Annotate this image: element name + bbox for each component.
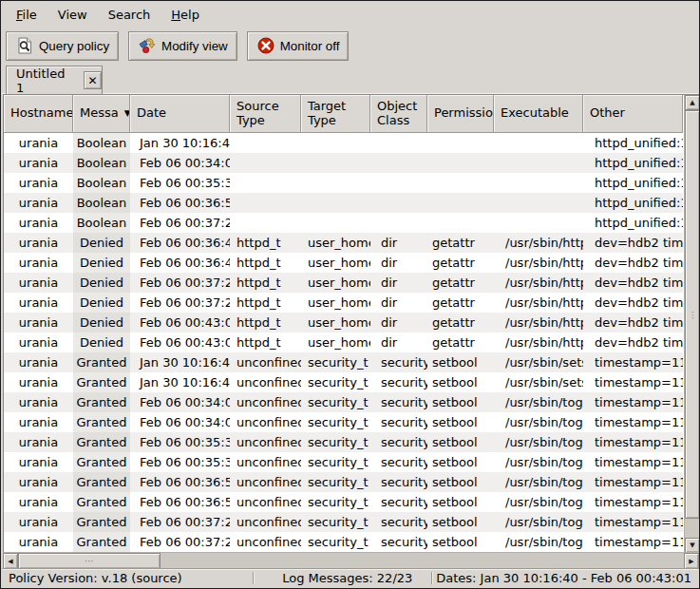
table-row[interactable]: uraniaGrantedFeb 06 00:36:56unconfined_s… <box>4 492 683 512</box>
cell-executable: /usr/sbin/toggle <box>494 532 583 552</box>
column-header-target[interactable]: Target Type <box>301 95 370 133</box>
table-row[interactable]: uraniaGrantedJan 30 10:16:40unconfined_s… <box>4 372 683 392</box>
table-row[interactable]: uraniaBooleanJan 30 10:16:40httpd_unifie… <box>4 133 683 153</box>
cell-target: security_t <box>301 512 370 532</box>
table-row[interactable]: uraniaGrantedFeb 06 00:34:01unconfined_s… <box>4 392 683 412</box>
table-row[interactable]: uraniaGrantedFeb 06 00:35:35unconfined_s… <box>4 432 683 452</box>
cell-hostname: urania <box>4 153 73 173</box>
cell-objclass: dir <box>370 332 427 352</box>
vertical-scrollbar-thumb[interactable]: ⋯ <box>685 110 699 519</box>
cell-hostname: urania <box>4 512 73 532</box>
table-row[interactable]: uraniaDeniedFeb 06 00:36:44httpd_tuser_h… <box>4 253 683 273</box>
cell-message: Denied <box>73 253 130 273</box>
column-header-permission[interactable]: Permission <box>427 95 494 133</box>
query-policy-button[interactable]: Query policy <box>6 31 119 61</box>
cell-objclass: dir <box>370 253 427 273</box>
scroll-right-button[interactable]: ▶ <box>684 553 699 569</box>
cell-message: Denied <box>73 332 130 352</box>
cell-executable <box>494 213 583 233</box>
scroll-up-button[interactable]: ▲ <box>685 95 699 110</box>
table-row[interactable]: uraniaDeniedFeb 06 00:37:27httpd_tuser_h… <box>4 293 683 313</box>
menu-view[interactable]: View <box>47 4 98 26</box>
tab-close-button[interactable]: ✕ <box>84 71 102 89</box>
cell-permission: setbool <box>427 532 494 552</box>
cell-objclass: dir <box>370 313 427 332</box>
scroll-down-button[interactable]: ▼ <box>685 538 699 552</box>
menu-help[interactable]: Help <box>161 4 210 26</box>
monitor-off-label: Monitor off <box>280 39 340 53</box>
table-row[interactable]: uraniaBooleanFeb 06 00:35:35httpd_unifie… <box>4 173 683 193</box>
column-header-source[interactable]: Source Type <box>230 95 301 133</box>
menu-file[interactable]: File <box>6 4 47 26</box>
table-row[interactable]: uraniaDeniedFeb 06 00:37:27httpd_tuser_h… <box>4 273 683 293</box>
log-messages-status: Log Messages: 22/23 <box>282 571 412 585</box>
table-row[interactable]: uraniaDeniedFeb 06 00:36:44httpd_tuser_h… <box>4 233 683 253</box>
cell-message: Boolean <box>73 173 130 193</box>
tab-untitled-1[interactable]: Untitled 1 ✕ <box>6 66 103 94</box>
cell-objclass <box>370 193 427 213</box>
cell-permission: setbool <box>427 472 494 492</box>
cell-executable: /usr/sbin/httpd <box>494 313 583 332</box>
cell-date: Feb 06 00:34:01 <box>130 412 230 432</box>
horizontal-scrollbar-thumb[interactable]: ⋯ <box>18 553 161 569</box>
cell-source: unconfined_ <box>230 432 301 452</box>
cell-other: httpd_unified:1, h <box>583 213 683 233</box>
table-row[interactable]: uraniaGrantedFeb 06 00:35:35unconfined_s… <box>4 452 683 472</box>
column-header-message[interactable]: Messa▼ <box>73 95 130 133</box>
horizontal-scrollbar[interactable]: ◀ ⋯ ▶ <box>3 552 699 568</box>
cell-objclass: security <box>370 392 427 412</box>
cell-source: unconfined_ <box>230 472 301 492</box>
vertical-scrollbar[interactable]: ▲ ⋯ ▼ <box>684 95 699 552</box>
table-row[interactable]: uraniaGrantedFeb 06 00:37:25unconfined_s… <box>4 532 683 552</box>
cell-executable <box>494 133 583 153</box>
cell-objclass: security <box>370 412 427 432</box>
cell-permission: setbool <box>427 412 494 432</box>
cell-date: Feb 06 00:37:25 <box>130 532 230 552</box>
column-header-hostname[interactable]: Hostname <box>4 95 73 133</box>
cell-executable: /usr/sbin/toggle <box>494 512 583 532</box>
cell-source: unconfined_ <box>230 392 301 412</box>
cell-permission: getattr <box>427 332 494 352</box>
column-header-objclass[interactable]: Object Class <box>370 95 427 133</box>
cell-hostname: urania <box>4 332 73 352</box>
cell-executable: /usr/sbin/toggle <box>494 452 583 472</box>
cell-target <box>301 193 370 213</box>
monitor-off-button[interactable]: Monitor off <box>247 31 350 61</box>
toolbar: Query policy Modify view Monitor off <box>2 27 698 65</box>
table-row[interactable]: uraniaGrantedJan 30 10:16:40unconfined_s… <box>4 352 683 372</box>
cell-other: dev=hdb2 timesta <box>583 253 683 273</box>
table-row[interactable]: uraniaGrantedFeb 06 00:36:56unconfined_s… <box>4 472 683 492</box>
menu-search[interactable]: Search <box>98 4 161 26</box>
cell-permission: getattr <box>427 233 494 253</box>
dates-status: Dates: Jan 30 10:16:40 - Feb 06 00:43:01 <box>436 571 691 585</box>
cell-message: Boolean <box>73 193 130 213</box>
cell-objclass: dir <box>370 273 427 293</box>
table-row[interactable]: uraniaBooleanFeb 06 00:36:56httpd_unifie… <box>4 193 683 213</box>
arrow-left-icon: ◀ <box>8 558 12 565</box>
cell-hostname: urania <box>4 313 73 332</box>
cell-permission: getattr <box>427 313 494 332</box>
cell-date: Feb 06 00:36:44 <box>130 253 230 273</box>
app-window: File View Search Help Query policy <box>0 0 700 589</box>
table-row[interactable]: uraniaBooleanFeb 06 00:37:25httpd_unifie… <box>4 213 683 233</box>
column-header-executable[interactable]: Executable <box>494 95 583 133</box>
table-row[interactable]: uraniaGrantedFeb 06 00:37:25unconfined_s… <box>4 512 683 532</box>
cell-source <box>230 153 301 173</box>
cell-permission: getattr <box>427 253 494 273</box>
column-header-date[interactable]: Date <box>130 95 230 133</box>
cell-hostname: urania <box>4 532 73 552</box>
cell-other: timestamp=11076 <box>583 392 683 412</box>
table-row[interactable]: uraniaDeniedFeb 06 00:43:01httpd_tuser_h… <box>4 313 683 332</box>
scroll-left-button[interactable]: ◀ <box>3 553 18 569</box>
table-row[interactable]: uraniaGrantedFeb 06 00:34:01unconfined_s… <box>4 412 683 432</box>
log-table: HostnameMessa▼DateSource TypeTarget Type… <box>3 94 699 552</box>
cell-message: Denied <box>73 293 130 313</box>
table-row[interactable]: uraniaDeniedFeb 06 00:43:01httpd_tuser_h… <box>4 332 683 352</box>
table-row[interactable]: uraniaBooleanFeb 06 00:34:01httpd_unifie… <box>4 153 683 173</box>
cell-other: timestamp=11076 <box>583 432 683 452</box>
cell-source: unconfined_ <box>230 452 301 472</box>
cell-message: Granted <box>73 352 130 372</box>
modify-view-button[interactable]: Modify view <box>128 31 237 61</box>
column-header-other[interactable]: Other <box>583 95 683 133</box>
cell-source: httpd_t <box>230 233 301 253</box>
